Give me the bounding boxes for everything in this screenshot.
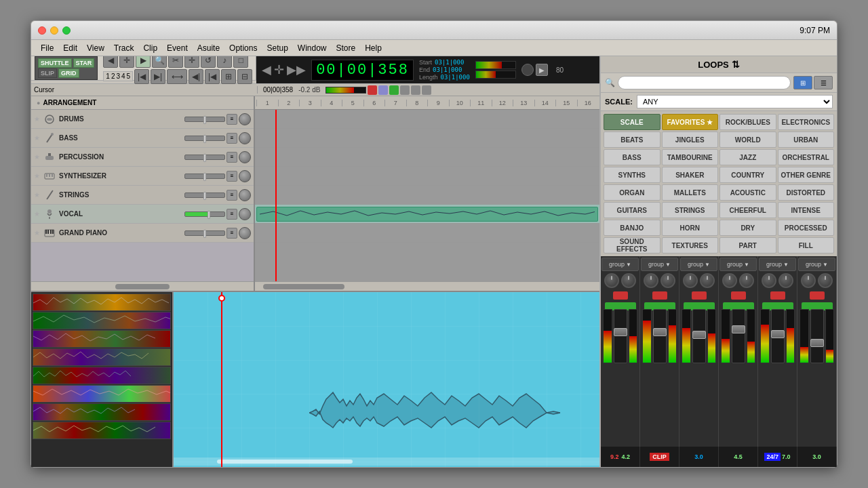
ff-btn[interactable]: ▶|: [151, 69, 165, 84]
ch5-mute-btn[interactable]: [770, 291, 785, 300]
ch6-knob2[interactable]: [818, 273, 833, 288]
trim-btn[interactable]: □: [233, 56, 248, 68]
list-item[interactable]: [33, 422, 171, 439]
genre-btn-soundeffects[interactable]: SOUND EFFECTS: [604, 237, 660, 253]
ch4-mute-btn[interactable]: [731, 291, 746, 300]
hide-btn[interactable]: [422, 85, 431, 95]
genre-btn-beats[interactable]: BEATS: [604, 131, 660, 148]
beat-5[interactable]: 5: [127, 73, 131, 80]
rec-button[interactable]: [521, 64, 534, 76]
ch6-mute-btn[interactable]: [810, 291, 825, 300]
genre-btn-othergenre[interactable]: OTHER GENRE: [778, 167, 835, 183]
vocal-m-btn[interactable]: ≡: [226, 209, 237, 220]
star-icon[interactable]: ★: [34, 115, 40, 123]
ch6-fader-handle[interactable]: [810, 339, 824, 347]
ch2-fader-handle[interactable]: [653, 328, 667, 336]
genre-btn-tambourine[interactable]: TAMBOURINE: [662, 149, 719, 165]
genre-btn-dry[interactable]: DRY: [719, 220, 776, 236]
genre-btn-jazz[interactable]: JAZZ: [719, 149, 776, 165]
search-btn[interactable]: 🔍: [152, 56, 167, 68]
genre-btn-fill[interactable]: FILL: [778, 237, 835, 253]
shuttle-button[interactable]: SHUTTLE: [38, 58, 72, 68]
perc-knob[interactable]: [239, 151, 251, 163]
ch5-knob1[interactable]: [762, 273, 776, 288]
ch2-knob1[interactable]: [644, 273, 658, 288]
menu-event[interactable]: Event: [163, 42, 192, 54]
ch5-fader-track[interactable]: [771, 309, 785, 363]
ch1-knob2[interactable]: [621, 273, 636, 288]
drums-knob[interactable]: [239, 113, 251, 125]
bass-knob[interactable]: [239, 132, 251, 144]
genre-btn-bass[interactable]: BASS: [604, 149, 660, 165]
next-marker[interactable]: |◀: [205, 69, 220, 84]
piano-fader[interactable]: [184, 230, 225, 236]
menu-clip[interactable]: Clip: [139, 42, 161, 54]
marker-del[interactable]: ⊟: [237, 69, 252, 84]
genre-btn-processed[interactable]: PROCESSED: [778, 220, 835, 236]
solo-btn[interactable]: [389, 85, 399, 95]
list-item[interactable]: [33, 348, 171, 366]
genre-btn-urban[interactable]: URBAN: [778, 131, 835, 148]
maximize-button[interactable]: [62, 26, 71, 35]
nav-btn[interactable]: ✛: [119, 56, 134, 68]
beat-1[interactable]: 1: [106, 73, 110, 80]
ch5-knob2[interactable]: [778, 273, 793, 288]
scissors-btn[interactable]: ✂: [168, 56, 183, 68]
list-item[interactable]: [33, 330, 171, 348]
slip-button[interactable]: SLIP: [38, 68, 57, 78]
genre-btn-electronics[interactable]: ELECTRONICS: [778, 114, 835, 130]
perc-m-btn[interactable]: ≡: [226, 152, 237, 163]
perc-fader[interactable]: [184, 155, 225, 160]
genre-btn-guitars[interactable]: GUITARS: [604, 202, 660, 218]
ch1-fader-handle[interactable]: [614, 328, 627, 336]
menu-options[interactable]: Options: [225, 42, 261, 54]
genre-btn-shaker[interactable]: SHAKER: [662, 167, 719, 183]
genre-btn-jingles[interactable]: JINGLES: [662, 131, 719, 148]
genre-btn-textures[interactable]: TEXTURES: [662, 237, 719, 253]
move-btn[interactable]: ✛: [184, 56, 199, 68]
channel-5-label[interactable]: group ▼: [759, 258, 796, 271]
strings-m-btn[interactable]: ≡: [226, 190, 237, 201]
speaker-btn[interactable]: ♪: [217, 56, 232, 68]
star-icon[interactable]: ★: [34, 229, 40, 237]
minimize-button[interactable]: [50, 26, 58, 35]
genre-btn-world[interactable]: WORLD: [719, 131, 776, 148]
beat-3[interactable]: 3: [116, 73, 120, 80]
genre-btn-intense[interactable]: INTENSE: [778, 202, 835, 218]
menu-file[interactable]: File: [37, 42, 58, 54]
ch1-fader-track[interactable]: [614, 309, 627, 363]
piano-m-btn[interactable]: ≡: [226, 228, 237, 239]
star-button[interactable]: STAR: [73, 58, 95, 68]
waveform-scrollbar[interactable]: [174, 458, 599, 466]
drums-fader[interactable]: [184, 117, 225, 122]
synth-fader[interactable]: [184, 174, 225, 179]
prev-transport[interactable]: ◀: [262, 62, 271, 77]
synth-knob[interactable]: [239, 170, 251, 182]
list-item[interactable]: [33, 385, 171, 403]
beat-4[interactable]: 4: [121, 73, 125, 80]
star-icon[interactable]: ★: [34, 153, 40, 161]
genre-btn-organ[interactable]: ORGAN: [604, 184, 660, 201]
ch5-fader-handle[interactable]: [771, 330, 785, 338]
ch2-fader-track[interactable]: [653, 309, 667, 363]
menu-setup[interactable]: Setup: [262, 42, 292, 54]
track-scrollbar[interactable]: [31, 281, 254, 291]
genre-btn-strings[interactable]: STRINGS: [662, 202, 719, 218]
ch3-knob1[interactable]: [683, 273, 698, 288]
freeze-btn[interactable]: [400, 85, 410, 95]
ch4-fader-handle[interactable]: [732, 325, 745, 333]
channel-2-label[interactable]: group ▼: [641, 258, 678, 271]
loop-btn2[interactable]: ⟷: [167, 69, 187, 84]
ch3-fader-track[interactable]: [692, 309, 706, 363]
star-icon[interactable]: ★: [34, 210, 40, 218]
prev-btn[interactable]: ◀: [103, 56, 118, 68]
empty-track-area[interactable]: [255, 243, 599, 281]
bass-fader[interactable]: [184, 136, 225, 141]
piano-knob[interactable]: [239, 227, 251, 239]
genre-btn-acoustic[interactable]: ACOUSTIC: [719, 184, 776, 201]
play-button[interactable]: ▶: [536, 64, 548, 76]
drums-m-btn[interactable]: ≡: [226, 114, 237, 125]
list-item[interactable]: [33, 403, 171, 421]
genre-btn-synths[interactable]: SYNTHS: [604, 167, 660, 183]
list-item[interactable]: [33, 293, 171, 311]
